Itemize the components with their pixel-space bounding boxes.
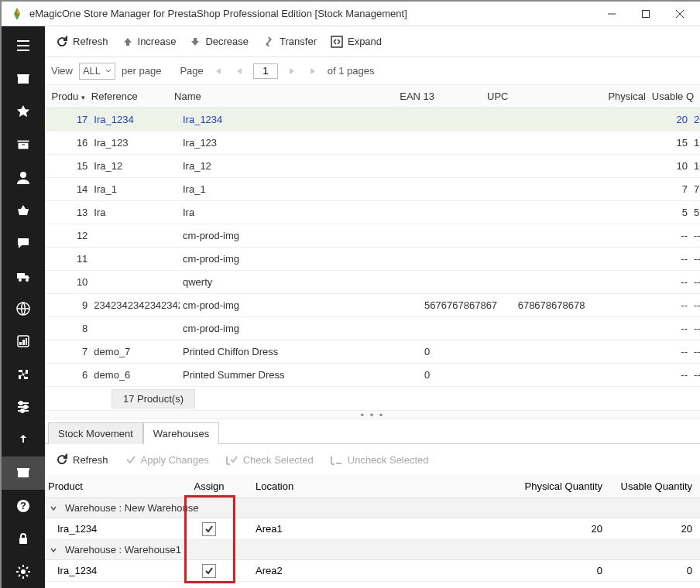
sidebar-help-icon[interactable]: ?	[2, 490, 45, 522]
wh-refresh-label: Refresh	[73, 454, 108, 466]
cell-reference: demo_7	[91, 346, 180, 357]
table-row[interactable]: 10qwerty----	[45, 271, 700, 294]
table-row[interactable]: 13IraIra55	[45, 201, 700, 224]
cell-name: Ira_1	[180, 183, 421, 195]
sidebar-chart-icon[interactable]	[2, 325, 45, 357]
svg-point-6	[26, 279, 29, 282]
cell-id: 15	[45, 160, 91, 172]
svg-rect-1	[643, 10, 650, 17]
col-ean[interactable]: EAN 13	[396, 91, 484, 102]
cell-id: 6	[45, 369, 91, 381]
cell-physical: --	[643, 299, 691, 311]
sidebar-chat-icon[interactable]	[2, 227, 45, 259]
table-row[interactable]: 9234234234234234234cm-prod-img5676767867…	[45, 294, 700, 317]
refresh-button[interactable]: Refresh	[51, 32, 113, 51]
wh-cell-location: Area1	[252, 523, 482, 535]
table-row[interactable]: 17Ira_1234Ira_12342020	[45, 108, 700, 132]
wh-col-usable[interactable]: Usable Quantity	[606, 480, 700, 492]
sidebar-lock-icon[interactable]	[2, 522, 45, 555]
table-row[interactable]: 12cm-prod-img----	[45, 224, 700, 248]
expand-icon	[331, 36, 343, 48]
sidebar-menu-icon[interactable]	[2, 29, 45, 62]
assign-checkbox[interactable]	[202, 564, 216, 578]
sidebar-truck-icon[interactable]	[2, 259, 45, 292]
sidebar-basket-icon[interactable]	[2, 193, 45, 226]
products-grid-header: Produ ▾ Reference Name EAN 13 UPC Physic…	[45, 85, 700, 108]
wh-refresh-button[interactable]: Refresh	[51, 450, 113, 469]
warehouse-group-row[interactable]: Warehouse : Warehouse1	[45, 540, 700, 560]
wh-col-physical[interactable]: Physical Quantity	[482, 480, 606, 492]
view-select[interactable]: ALL	[79, 63, 115, 80]
wh-col-location[interactable]: Location	[252, 480, 482, 492]
prev-page-button[interactable]	[232, 63, 247, 79]
sidebar-stock-icon[interactable]	[2, 456, 45, 489]
warehouse-grid-body[interactable]: Warehouse : New WarehouseIra_1234Area120…	[45, 498, 700, 582]
expand-button[interactable]: Expand	[326, 32, 386, 51]
warehouse-row[interactable]: Ira_1234Area200	[45, 560, 700, 582]
table-row[interactable]: 11cm-prod-img----	[45, 248, 700, 271]
titlebar: eMagicOne Store Manager for PrestaShop P…	[2, 2, 700, 26]
col-physical[interactable]: Physical	[604, 91, 649, 102]
table-row[interactable]: 8cm-prod-img----	[45, 317, 700, 340]
view-label: View	[51, 65, 73, 77]
tab-stock-movement[interactable]: Stock Movement	[48, 422, 143, 444]
table-row[interactable]: 6demo_6Printed Summer Dress0----	[45, 364, 700, 387]
arrow-up-icon	[122, 36, 133, 47]
decrease-button[interactable]: Decrease	[185, 32, 253, 50]
tab-warehouses[interactable]: Warehouses	[143, 422, 220, 444]
col-reference[interactable]: Reference	[88, 91, 171, 102]
app-logo-icon	[9, 6, 25, 22]
products-grid-body[interactable]: 17Ira_1234Ira_1234202016Ira_123Ira_12315…	[45, 108, 700, 387]
refresh-icon	[56, 453, 68, 466]
last-page-button[interactable]	[306, 63, 321, 79]
sidebar-store-icon[interactable]	[2, 62, 45, 94]
next-page-button[interactable]	[284, 63, 300, 79]
splitter-handle[interactable]: • • •	[45, 410, 700, 419]
sidebar-sliders-icon[interactable]	[2, 391, 45, 423]
col-product-id[interactable]: Produ ▾	[45, 91, 88, 102]
table-row[interactable]: 7demo_7Printed Chiffon Dress0----	[45, 340, 700, 364]
col-name[interactable]: Name	[171, 91, 396, 102]
wh-col-assign[interactable]: Assign	[166, 480, 252, 492]
sidebar-archive-icon[interactable]	[2, 128, 45, 160]
cell-name: Ira_12	[180, 160, 421, 172]
assign-checkbox[interactable]	[202, 522, 216, 536]
maximize-button[interactable]	[629, 2, 663, 26]
uncheck-selected-button[interactable]: Uncheck Selected	[326, 451, 434, 469]
sidebar-puzzle-icon[interactable]	[2, 358, 45, 391]
cell-reference: 234234234234234234	[91, 299, 180, 311]
col-usable[interactable]: Usable Q	[649, 91, 700, 102]
minimize-button[interactable]	[595, 2, 629, 26]
sidebar-upload-icon[interactable]	[2, 424, 45, 456]
sidebar-settings-icon[interactable]	[2, 556, 45, 588]
sidebar-user-icon[interactable]	[2, 161, 45, 193]
transfer-label: Transfer	[280, 36, 317, 47]
warehouse-group-row[interactable]: Warehouse : New Warehouse	[45, 498, 700, 518]
first-page-button[interactable]	[210, 63, 225, 79]
increase-button[interactable]: Increase	[118, 32, 181, 50]
cell-id: 8	[45, 323, 91, 334]
refresh-icon	[56, 36, 68, 48]
detail-tabs: Stock Movement Warehouses	[45, 419, 700, 444]
col-upc[interactable]: UPC	[484, 91, 604, 102]
wh-cell-product: Ira_1234	[45, 565, 166, 576]
table-row[interactable]: 15Ira_12Ira_121010	[45, 155, 700, 178]
uncheck-all-icon	[331, 454, 343, 465]
page-of-label: of 1 pages	[328, 65, 375, 77]
cell-name: cm-prod-img	[180, 299, 421, 311]
window-buttons	[595, 2, 697, 26]
check-selected-button[interactable]: Check Selected	[221, 451, 318, 469]
wh-col-product[interactable]: Product	[45, 480, 166, 492]
sidebar-star-icon[interactable]	[2, 95, 45, 128]
warehouse-row[interactable]: Ira_1234Area12020	[45, 518, 700, 540]
apply-changes-button[interactable]: Apply Changes	[121, 451, 214, 469]
window-title: eMagicOne Store Manager for PrestaShop P…	[29, 8, 595, 19]
cell-reference: Ira_1234	[91, 114, 180, 125]
cell-id: 10	[45, 276, 91, 288]
sidebar-globe-icon[interactable]	[2, 292, 45, 325]
page-input[interactable]	[253, 63, 278, 79]
transfer-button[interactable]: Transfer	[258, 32, 321, 50]
table-row[interactable]: 16Ira_123Ira_1231515	[45, 132, 700, 155]
table-row[interactable]: 14Ira_1Ira_177	[45, 178, 700, 201]
close-button[interactable]	[663, 2, 697, 26]
